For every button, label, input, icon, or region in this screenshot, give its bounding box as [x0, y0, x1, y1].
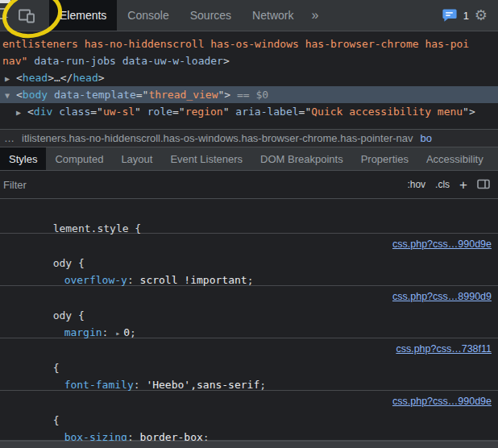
panel-tabs: Elements Console Sources Network »	[49, 0, 326, 31]
device-toolbar-icon[interactable]	[18, 7, 36, 24]
css-rule-font-family[interactable]: { css.php?css…738f11 font-family'Heebo',…	[0, 338, 498, 391]
toggle-element-state-button[interactable]: :hov	[407, 179, 425, 190]
property-value[interactable]: scroll !important	[140, 274, 254, 286]
element-classes-button[interactable]: .cls	[435, 179, 450, 190]
page-edge	[0, 0, 10, 3]
horizontal-scrollbar[interactable]	[0, 441, 498, 448]
css-rule-body-overflow[interactable]: ody { css.php?css…990d9e overflow-yscrol…	[0, 234, 498, 286]
inspect-element-icon[interactable]	[0, 7, 10, 23]
dom-line-class-wrap-2[interactable]: nav" data-run-jobs data-uw-w-loader>	[0, 52, 498, 69]
style-filter-input[interactable]	[0, 179, 407, 191]
rule-selector[interactable]: lement.style {	[53, 222, 142, 234]
rule-selector[interactable]: {	[53, 414, 60, 426]
tab-dom-breakpoints[interactable]: DOM Breakpoints	[251, 147, 352, 170]
property-name[interactable]: overflow-y	[64, 274, 140, 286]
property-value[interactable]: 0	[123, 326, 136, 338]
dom-line-body-selected[interactable]: ▼<body data-template="thread_view"> == $…	[0, 86, 498, 103]
tab-styles[interactable]: Styles	[0, 147, 46, 170]
tab-event-listeners[interactable]: Event Listeners	[161, 147, 251, 170]
toolbar-right-icons: 1 ⚙	[442, 0, 498, 31]
tab-sources[interactable]: Sources	[180, 0, 242, 31]
devtools-window: Elements Console Sources Network » 1 ⚙ e…	[0, 0, 498, 448]
css-source-link[interactable]: css.php?css…990d9e	[392, 239, 492, 250]
filter-bar-buttons: :hov .cls +	[407, 178, 498, 192]
property-value[interactable]: 'Heebo',sans-serif	[146, 379, 266, 391]
tab-network[interactable]: Network	[242, 0, 304, 31]
rule-selector[interactable]: ody {	[53, 257, 85, 269]
css-source-link[interactable]: css.php?css…8990d9	[392, 291, 492, 302]
style-filter-bar: :hov .cls +	[0, 171, 498, 199]
toolbar-left-icons	[0, 0, 36, 31]
tab-accessibility[interactable]: Accessibility	[417, 147, 492, 170]
tab-properties[interactable]: Properties	[352, 147, 417, 170]
breadcrumb-ellipsis[interactable]: …	[4, 132, 15, 144]
rule-selector[interactable]: ody {	[53, 309, 85, 321]
css-rule-element-style[interactable]: lement.style {	[0, 199, 498, 234]
tab-layout[interactable]: Layout	[112, 147, 161, 170]
css-property[interactable]: font-family'Heebo',sans-serif	[2, 359, 498, 376]
devtools-toolbar: Elements Console Sources Network » 1 ⚙	[0, 0, 498, 31]
css-rule-body-margin[interactable]: ody { css.php?css…8990d9 margin▸0	[0, 286, 498, 338]
dom-line-div-uw-sl[interactable]: ▶<div class="uw-sl" role="region" aria-l…	[0, 103, 498, 120]
new-style-rule-button[interactable]: +	[459, 178, 467, 192]
css-source-link[interactable]: css.php?css…990d9e	[392, 396, 492, 407]
tab-console[interactable]: Console	[117, 0, 179, 31]
console-messages-icon[interactable]	[442, 8, 458, 23]
styles-tabbar: Styles Computed Layout Event Listeners D…	[0, 147, 498, 171]
property-name[interactable]: font-family	[64, 379, 147, 391]
settings-gear-icon[interactable]: ⚙	[475, 8, 488, 23]
sidebar-pane-icon[interactable]	[477, 179, 491, 190]
rule-selector[interactable]: {	[53, 362, 60, 374]
styles-panel: lement.style { ody { css.php?css…990d9e …	[0, 199, 498, 448]
tab-elements[interactable]: Elements	[49, 0, 117, 31]
css-rule-box-sizing[interactable]: { css.php?css…990d9e box-sizingborder-bo…	[0, 391, 498, 441]
property-name[interactable]: margin	[64, 326, 115, 338]
tab-computed[interactable]: Computed	[46, 147, 112, 170]
more-tabs-button[interactable]: »	[304, 0, 326, 31]
dom-line-head[interactable]: ▶<head>…</head>	[0, 69, 498, 86]
breadcrumb: … itlisteners.has-no-hiddenscroll.has-os…	[0, 129, 498, 147]
css-property[interactable]: box-sizingborder-box	[2, 412, 498, 429]
messages-count: 1	[463, 10, 469, 22]
breadcrumb-current-body[interactable]: bo	[421, 132, 432, 144]
expand-arrow-icon[interactable]: ▸	[114, 329, 123, 338]
breadcrumb-path[interactable]: itlisteners.has-no-hiddenscroll.has-os-w…	[22, 132, 413, 144]
dom-line-class-wrap-1[interactable]: entlisteners has-no-hiddenscroll has-os-…	[0, 35, 498, 52]
dom-tree-panel: entlisteners has-no-hiddenscroll has-os-…	[0, 31, 498, 129]
css-source-link[interactable]: css.php?css…738f11	[396, 343, 492, 355]
